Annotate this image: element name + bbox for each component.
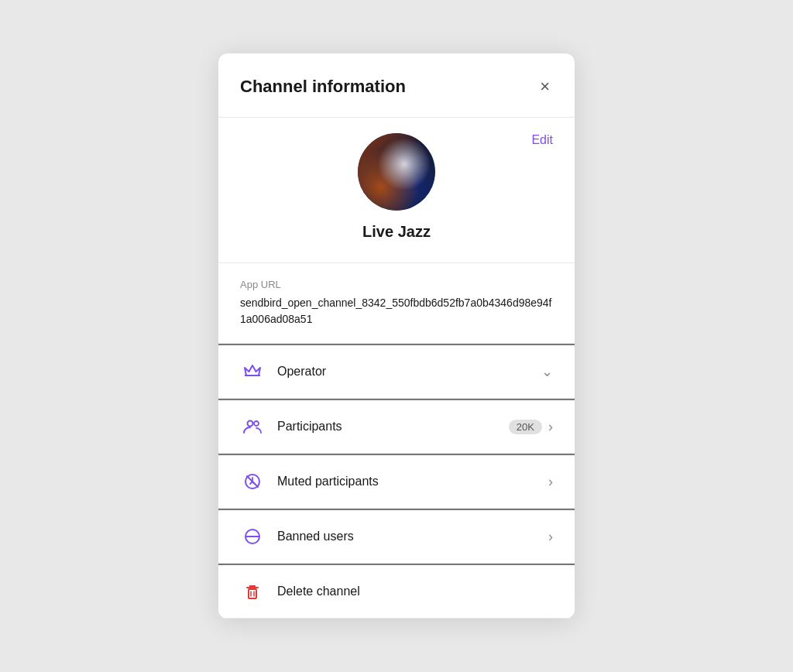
menu-item-participants[interactable]: Participants 20K ›: [218, 399, 575, 454]
modal-header: Channel information ×: [218, 53, 575, 118]
participants-badge: 20K: [509, 420, 542, 434]
url-section: App URL sendbird_open_channel_8342_550fb…: [218, 263, 575, 344]
avatar-image: [358, 133, 435, 211]
muted-participants-label: Muted participants: [277, 475, 548, 489]
people-icon: [240, 414, 265, 439]
channel-avatar: [358, 133, 435, 211]
svg-point-1: [254, 421, 259, 426]
chevron-right-icon: ›: [548, 419, 553, 435]
menu-item-banned-users[interactable]: Banned users ›: [218, 509, 575, 564]
chevron-right-icon-muted: ›: [548, 474, 553, 490]
delete-channel-label: Delete channel: [277, 585, 553, 598]
close-button[interactable]: ×: [537, 75, 553, 98]
chevron-down-icon: ⌄: [541, 363, 553, 380]
channel-info-section: Edit Live Jazz: [218, 118, 575, 263]
svg-point-0: [248, 421, 253, 427]
channel-name: Live Jazz: [240, 223, 553, 241]
modal-title: Channel information: [240, 77, 406, 97]
banned-users-label: Banned users: [277, 530, 548, 543]
url-label: App URL: [240, 279, 553, 290]
trash-icon: [240, 579, 265, 604]
edit-button[interactable]: Edit: [531, 133, 553, 147]
url-value: sendbird_open_channel_8342_550fbdb6d52fb…: [240, 295, 553, 327]
channel-info-modal: Channel information × Edit Live Jazz App…: [218, 53, 575, 619]
menu-item-muted-participants[interactable]: Muted participants ›: [218, 454, 575, 509]
muted-icon: [240, 469, 265, 494]
svg-rect-6: [249, 589, 256, 598]
banned-icon: [240, 524, 265, 549]
crown-icon: [240, 359, 265, 384]
menu-item-delete-channel[interactable]: Delete channel: [218, 564, 575, 619]
chevron-right-icon-banned: ›: [548, 529, 553, 545]
participants-label: Participants: [277, 420, 509, 434]
menu-item-operator[interactable]: Operator ⌄: [218, 344, 575, 399]
operator-label: Operator: [277, 365, 541, 379]
